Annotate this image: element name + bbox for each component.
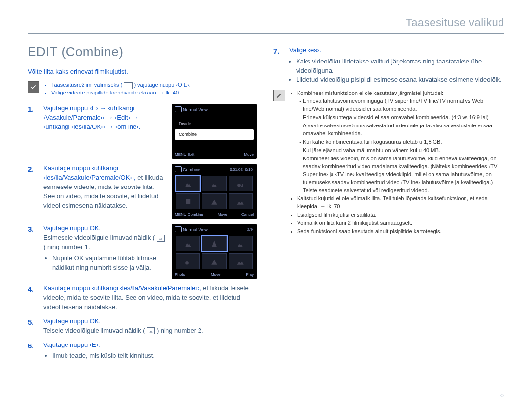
step-number: 6. bbox=[28, 341, 36, 361]
step-text: Valige ‹es›. Kaks videolõiku liidetakse … bbox=[289, 46, 504, 85]
lcd-screenshot-3: Normal View 2/9 PhotoMovePlay bbox=[172, 224, 257, 279]
step-text: Vajutage nuppu OK. Teisele videolõigule … bbox=[43, 317, 259, 336]
step-text: Vajutage nuppu ‹E› → ‹uhtkangi ‹Vasakule… bbox=[43, 104, 165, 159]
step-text: Vajutage nuppu OK. Esimesele videolõigul… bbox=[43, 224, 165, 279]
note-callout: Kombineerimisfunktsioon ei ole kasutatav… bbox=[273, 90, 504, 236]
result-item: Kaks videolõiku liidetakse valitud järje… bbox=[296, 57, 504, 76]
page-title: EDIT (Combine) bbox=[28, 43, 259, 62]
note-item: Kaitstud kujutisi ei ole võimalik liita.… bbox=[297, 195, 504, 211]
lcd-screenshot-2: Combine 0:01:03 0/16 MENU CombineMoveCan… bbox=[172, 164, 257, 219]
note-item: Võimalik on liita kuni 2 filmikujutist s… bbox=[297, 219, 504, 227]
svg-point-0 bbox=[237, 184, 241, 187]
camera-icon bbox=[175, 166, 182, 172]
check-icon bbox=[28, 81, 39, 93]
step-number: 2. bbox=[28, 164, 36, 219]
tip-item: Valige videote pisipiltide loendivaate e… bbox=[51, 89, 191, 97]
substep: Nupule OK vajutamine lülitab liitmise nä… bbox=[52, 254, 165, 273]
step-number: 4. bbox=[28, 284, 36, 312]
svg-point-1 bbox=[185, 261, 189, 265]
step-number: 1. bbox=[28, 104, 36, 159]
result-item: Liidetud videolõigu pisipildi esimese os… bbox=[296, 75, 504, 85]
step-number: 7. bbox=[273, 46, 282, 85]
note-item: Kombineerimisfunktsioon ei ole kasutatav… bbox=[297, 90, 504, 194]
pencil-icon bbox=[273, 90, 285, 101]
thumbnail-icon bbox=[157, 235, 165, 242]
play-mode-icon bbox=[124, 82, 133, 89]
thumbnail-icon bbox=[147, 327, 155, 334]
page-header: Taasesituse valikud bbox=[28, 15, 504, 33]
lcd-screenshot-1: Normal View Divide Combine MENU ExitMove bbox=[172, 104, 257, 159]
page-number: ‹› bbox=[500, 391, 504, 400]
tip-item: Taasesitusrežiimi valimiseks ( ) vajutag… bbox=[51, 81, 191, 89]
intro-text: Võite liita kaks erinevat filmikujutist. bbox=[28, 67, 259, 77]
note-item: Esialgseid filmikujutisi ei säilitata. bbox=[297, 211, 504, 219]
note-item: Seda funktsiooni saab kasutada ainult pi… bbox=[297, 228, 504, 236]
step-number: 3. bbox=[28, 224, 36, 279]
header-rule bbox=[28, 33, 504, 34]
step-text: Kasutage nuppu ‹uhtkangi ‹les/lla/Vasaku… bbox=[43, 164, 165, 219]
step-text: Kasutage nuppu ‹uhtkangi ‹les/lla/Vasaku… bbox=[43, 284, 259, 312]
camera-icon bbox=[175, 106, 182, 112]
step-number: 5. bbox=[28, 317, 36, 336]
substep: Ilmub teade, mis küsib teilt kinnitust. bbox=[52, 351, 259, 361]
step-text: Vajutage nuppu ‹E›. Ilmub teade, mis küs… bbox=[43, 341, 259, 361]
tip-callout: Taasesitusrežiimi valimiseks ( ) vajutag… bbox=[28, 81, 259, 97]
camera-icon bbox=[175, 226, 182, 232]
